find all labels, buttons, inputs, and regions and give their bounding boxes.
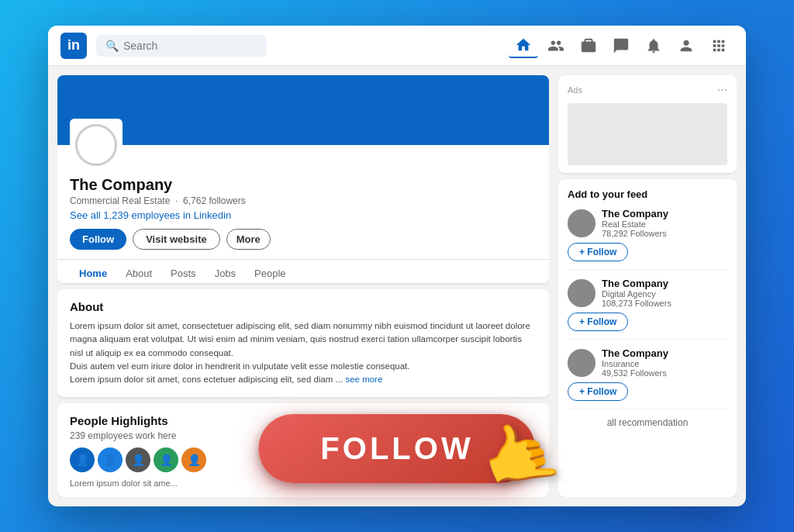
about-card: About Lorem ipsum dolor sit amet, consec… <box>57 289 549 397</box>
bell-icon <box>645 37 662 54</box>
more-button[interactable]: More <box>226 229 271 250</box>
feed-avatar-icon-3 <box>568 349 596 377</box>
feed-avatar-3 <box>568 349 596 377</box>
home-icon <box>515 36 532 54</box>
feed-item-3-name: The Company <box>602 347 668 359</box>
feed-title: Add to your feed <box>568 188 727 200</box>
ads-card: Ads ··· <box>558 75 737 173</box>
feed-item-3: The Company Insurance 49,532 Followers +… <box>568 347 727 409</box>
tab-posts[interactable]: Posts <box>161 260 205 283</box>
company-name: The Company <box>70 176 537 194</box>
feed-avatar-1 <box>568 209 596 237</box>
company-employees[interactable]: See all 1,239 employees in Linkedin <box>70 209 537 221</box>
chat-icon <box>613 37 630 54</box>
profile-icon <box>678 37 695 54</box>
briefcase-icon <box>580 37 597 54</box>
see-all-link[interactable]: all recommendation <box>568 417 727 428</box>
nav-icons <box>509 33 734 58</box>
feed-follow-button-2[interactable]: + Follow <box>568 313 628 331</box>
nav-notifications[interactable] <box>639 34 668 57</box>
search-bar[interactable]: 🔍 <box>96 35 267 57</box>
person-avatar-5: 👤 <box>181 447 206 472</box>
grid-icon <box>710 37 727 54</box>
nav-bar: in 🔍 <box>48 26 746 66</box>
company-logo <box>70 119 123 171</box>
tab-home[interactable]: Home <box>70 260 116 283</box>
follow-button[interactable]: Follow <box>70 229 126 250</box>
person-avatar-1: 👤 <box>70 447 95 472</box>
search-input[interactable] <box>123 40 247 52</box>
feed-item-3-followers: 49,532 Followers <box>602 368 668 378</box>
feed-follow-button-3[interactable]: + Follow <box>568 382 628 401</box>
nav-grid[interactable] <box>704 34 734 57</box>
feed-item-3-type: Insurance <box>602 359 668 368</box>
feed-follow-button-1[interactable]: + Follow <box>568 243 628 261</box>
feed-item-2-name: The Company <box>602 278 671 289</box>
about-title: About <box>70 300 537 313</box>
company-tabs: Home About Posts Jobs People <box>57 259 549 283</box>
person-avatar-3: 👤 <box>126 447 150 472</box>
ads-header: Ads ··· <box>568 83 727 97</box>
feed-avatar-icon-2 <box>568 279 596 307</box>
company-info-section: The Company Commercial Real Estate · 6,7… <box>57 119 549 259</box>
company-meta: Commercial Real Estate · 6,762 followers <box>70 195 537 206</box>
feed-avatar-2 <box>568 279 596 307</box>
person-avatar-4: 👤 <box>154 447 178 472</box>
linkedin-logo: in <box>60 33 87 59</box>
feed-item-1-followers: 78,292 Followers <box>602 229 668 238</box>
nav-jobs[interactable] <box>574 34 603 57</box>
company-actions: Follow Visit website More <box>70 229 537 250</box>
tab-jobs[interactable]: Jobs <box>205 260 245 283</box>
company-card: The Company Commercial Real Estate · 6,7… <box>57 75 549 283</box>
see-more-link[interactable]: see more <box>345 375 382 384</box>
tab-people[interactable]: People <box>245 260 295 283</box>
person-avatar-2: 👤 <box>98 447 123 472</box>
nav-home[interactable] <box>509 33 538 58</box>
ads-label: Ads <box>568 85 582 95</box>
company-logo-inner <box>75 124 117 166</box>
feed-item-2-type: Digital Agency <box>602 289 671 299</box>
feed-item-3-top: The Company Insurance 49,532 Followers <box>568 347 727 378</box>
feed-item-1-name: The Company <box>602 208 668 219</box>
search-icon: 🔍 <box>105 40 119 52</box>
about-text: Lorem ipsum dolor sit amet, consectetuer… <box>70 320 537 386</box>
people-icon <box>547 37 564 54</box>
feed-card: Add to your feed The Company Real Estate… <box>558 179 737 497</box>
feed-avatar-icon-1 <box>568 209 596 237</box>
feed-item-2-followers: 108,273 Followers <box>602 299 671 308</box>
feed-item-1-type: Real Estate <box>602 219 668 229</box>
nav-messages[interactable] <box>606 34 636 57</box>
visit-website-button[interactable]: Visit website <box>133 229 220 250</box>
sidebar-column: Ads ··· Add to your feed The Company <box>558 75 737 497</box>
ads-dots[interactable]: ··· <box>717 83 727 97</box>
tab-about[interactable]: About <box>116 260 161 283</box>
browser-window: in 🔍 <box>48 26 746 506</box>
feed-item-1: The Company Real Estate 78,292 Followers… <box>568 208 727 270</box>
ads-image <box>568 103 727 165</box>
feed-item-1-top: The Company Real Estate 78,292 Followers <box>568 208 727 238</box>
feed-item-2: The Company Digital Agency 108,273 Follo… <box>568 278 727 340</box>
nav-people[interactable] <box>541 34 571 57</box>
nav-profile[interactable] <box>671 34 701 57</box>
feed-item-2-top: The Company Digital Agency 108,273 Follo… <box>568 278 727 308</box>
follow-wrapper: FOLLOW 🤙 <box>258 414 535 483</box>
